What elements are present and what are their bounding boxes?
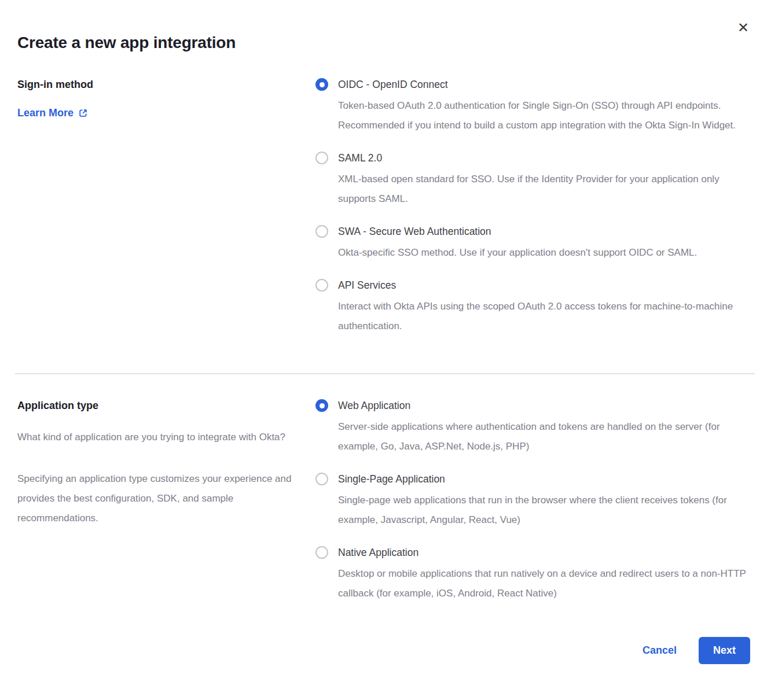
- option-oidc-description: Token-based OAuth 2.0 authentication for…: [338, 96, 750, 135]
- signin-method-left-column: Sign-in method Learn More: [17, 78, 315, 119]
- dialog-footer: Cancel Next: [17, 637, 750, 664]
- next-button[interactable]: Next: [699, 637, 750, 664]
- application-type-intro-2: Specifying an application type customize…: [17, 469, 292, 528]
- signin-method-section: Sign-in method Learn More OIDC - OpenID …: [17, 78, 750, 336]
- option-web-application-label: Web Application: [338, 399, 750, 412]
- signin-method-options: OIDC - OpenID Connect Token-based OAuth …: [315, 78, 750, 336]
- option-saml-description: XML-based open standard for SSO. Use if …: [338, 170, 750, 209]
- close-icon[interactable]: ✕: [737, 21, 749, 35]
- option-saml-label: SAML 2.0: [338, 151, 750, 165]
- page-title: Create a new app integration: [17, 0, 750, 52]
- option-swa[interactable]: SWA - Secure Web Authentication Okta-spe…: [315, 224, 750, 263]
- option-native-application-description: Desktop or mobile applications that run …: [338, 564, 750, 603]
- radio-api-services[interactable]: [315, 279, 328, 292]
- radio-web-application[interactable]: [315, 399, 328, 412]
- option-oidc[interactable]: OIDC - OpenID Connect Token-based OAuth …: [315, 78, 750, 135]
- radio-saml[interactable]: [315, 152, 328, 164]
- radio-native-application[interactable]: [315, 546, 328, 559]
- option-api-services-label: API Services: [338, 278, 750, 292]
- application-type-intro-1: What kind of application are you trying …: [17, 428, 292, 447]
- option-web-application-description: Server-side applications where authentic…: [338, 417, 750, 456]
- option-native-application[interactable]: Native Application Desktop or mobile app…: [315, 546, 750, 603]
- section-divider: [15, 373, 755, 374]
- application-type-left-column: Application type What kind of applicatio…: [17, 399, 315, 528]
- option-api-services-description: Interact with Okta APIs using the scoped…: [338, 297, 750, 336]
- option-swa-label: SWA - Secure Web Authentication: [338, 224, 697, 238]
- option-web-application[interactable]: Web Application Server-side applications…: [315, 399, 750, 456]
- cancel-button[interactable]: Cancel: [642, 644, 677, 657]
- external-link-icon: [78, 108, 88, 118]
- option-single-page-application-label: Single-Page Application: [338, 472, 750, 486]
- application-type-options: Web Application Server-side applications…: [315, 399, 750, 603]
- option-saml[interactable]: SAML 2.0 XML-based open standard for SSO…: [315, 151, 750, 209]
- learn-more-link[interactable]: Learn More: [17, 107, 88, 119]
- radio-swa[interactable]: [315, 225, 328, 238]
- create-app-integration-dialog: ✕ Create a new app integration Sign-in m…: [0, 0, 771, 700]
- learn-more-label: Learn More: [17, 107, 74, 119]
- radio-oidc[interactable]: [315, 78, 328, 91]
- radio-single-page-application[interactable]: [315, 473, 328, 485]
- option-single-page-application-description: Single-page web applications that run in…: [338, 491, 750, 530]
- option-oidc-label: OIDC - OpenID Connect: [338, 78, 750, 91]
- signin-method-heading: Sign-in method: [17, 78, 302, 91]
- option-native-application-label: Native Application: [338, 546, 750, 559]
- option-api-services[interactable]: API Services Interact with Okta APIs usi…: [315, 278, 750, 336]
- application-type-section: Application type What kind of applicatio…: [17, 399, 750, 603]
- option-single-page-application[interactable]: Single-Page Application Single-page web …: [315, 472, 750, 530]
- option-swa-description: Okta-specific SSO method. Use if your ap…: [338, 243, 697, 263]
- application-type-heading: Application type: [17, 399, 302, 412]
